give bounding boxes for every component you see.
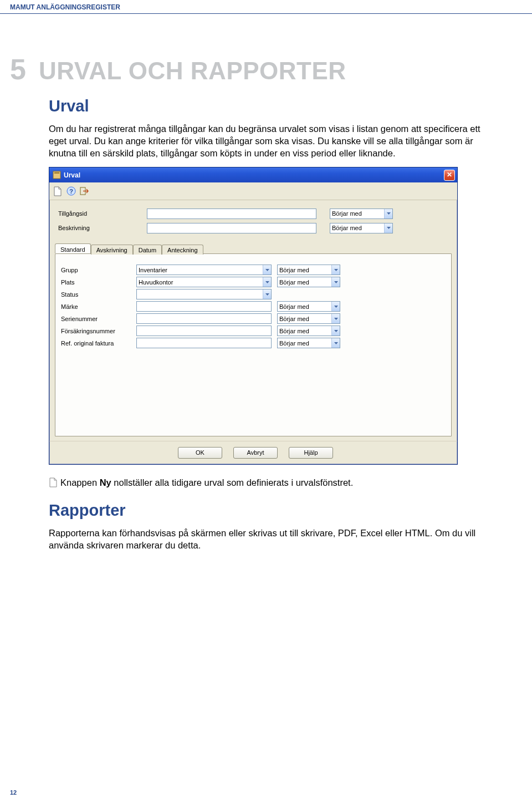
new-doc-icon xyxy=(49,477,58,488)
std-row: SerienummerBörjar med xyxy=(61,313,446,324)
svg-text:?: ? xyxy=(69,188,73,195)
new-icon[interactable] xyxy=(53,186,63,196)
input-tillgangsid[interactable] xyxy=(147,209,316,219)
field-label: Status xyxy=(61,291,136,298)
toolbar: ? xyxy=(49,182,457,200)
op-combo[interactable]: Börjar med xyxy=(277,338,340,348)
field-label: Grupp xyxy=(61,267,136,273)
tab-avskrivning[interactable]: Avskrivning xyxy=(91,245,133,255)
op-text: Börjar med xyxy=(330,225,384,231)
op-combo[interactable]: Börjar med xyxy=(277,277,340,287)
cancel-button[interactable]: Avbryt xyxy=(233,447,278,459)
combo-text: Börjar med xyxy=(278,340,331,347)
combo-text: Börjar med xyxy=(278,328,331,334)
chapter-number: 5 xyxy=(10,53,27,86)
std-row: Status xyxy=(61,288,446,300)
help-button[interactable]: Hjälp xyxy=(289,447,333,459)
std-row: MärkeBörjar med xyxy=(61,301,446,312)
exit-icon[interactable] xyxy=(79,186,89,196)
std-row: GruppInventarierBörjar med xyxy=(61,264,446,276)
page-number: 12 xyxy=(10,789,17,796)
op-combo[interactable]: Börjar med xyxy=(277,265,340,275)
op-combo-tillgangsid[interactable]: Börjar med xyxy=(330,209,393,219)
chevron-down-icon xyxy=(331,314,340,323)
chevron-down-icon xyxy=(331,277,340,287)
window-title: Urval xyxy=(64,171,444,179)
label-beskrivning: Beskrivning xyxy=(58,225,147,231)
chevron-down-icon xyxy=(331,302,340,311)
op-combo[interactable]: Börjar med xyxy=(277,301,340,312)
close-icon[interactable]: ✕ xyxy=(444,170,455,181)
standard-panel: GruppInventarierBörjar medPlatsHuvudkont… xyxy=(55,253,452,436)
combo-text: Inventarier xyxy=(137,267,263,273)
urval-window: Urval ✕ ? Tillgångsid Börjar med xyxy=(49,167,458,465)
combo-text: Huvudkontor xyxy=(137,279,263,286)
field-label: Serienummer xyxy=(61,316,136,322)
op-combo[interactable]: Börjar med xyxy=(277,313,340,324)
value-input[interactable] xyxy=(136,326,272,336)
chapter-title: URVAL OCH RAPPORTER xyxy=(39,57,346,85)
op-combo[interactable]: Börjar med xyxy=(277,326,340,336)
ok-button[interactable]: OK xyxy=(178,447,222,459)
std-row: PlatsHuvudkontorBörjar med xyxy=(61,276,446,288)
rapporter-paragraph: Rapporterna kan förhandsvisas på skärmen… xyxy=(49,527,481,552)
chevron-down-icon xyxy=(384,223,392,233)
tab-datum[interactable]: Datum xyxy=(133,245,162,255)
field-label: Plats xyxy=(61,279,136,286)
value-input[interactable] xyxy=(136,338,272,348)
chevron-down-icon xyxy=(331,265,340,275)
value-input[interactable] xyxy=(136,313,272,324)
app-icon xyxy=(53,171,61,179)
value-combo[interactable] xyxy=(136,289,272,299)
combo-text: Börjar med xyxy=(278,279,331,286)
titlebar: Urval ✕ xyxy=(49,167,457,182)
tab-standard[interactable]: Standard xyxy=(55,243,91,253)
chevron-down-icon xyxy=(263,289,271,299)
combo-text: Börjar med xyxy=(278,316,331,322)
section-heading-rapporter: Rapporter xyxy=(49,501,481,520)
page-header: MAMUT ANLÄGGNINGSREGISTER xyxy=(0,0,532,14)
note-pre: Knappen xyxy=(60,477,100,487)
chevron-down-icon xyxy=(331,326,340,336)
std-row: Ref. original fakturaBörjar med xyxy=(61,337,446,349)
op-combo-beskrivning[interactable]: Börjar med xyxy=(330,223,393,233)
value-combo[interactable]: Huvudkontor xyxy=(136,277,272,287)
input-beskrivning[interactable] xyxy=(147,223,316,233)
combo-text: Börjar med xyxy=(278,267,331,273)
field-label: Märke xyxy=(61,303,136,310)
note-bold: Ny xyxy=(100,477,111,487)
tab-anteckning[interactable]: Anteckning xyxy=(162,245,203,255)
section-heading-urval: Urval xyxy=(49,97,481,115)
note-post: nollställer alla tidigare urval som defi… xyxy=(111,477,354,487)
chevron-down-icon xyxy=(384,209,392,218)
chevron-down-icon xyxy=(263,265,271,275)
value-input[interactable] xyxy=(136,301,272,312)
std-row: FörsäkringsnummerBörjar med xyxy=(61,325,446,337)
urval-paragraph: Om du har registrerat många tillgångar k… xyxy=(49,123,481,159)
combo-text: Börjar med xyxy=(278,303,331,310)
note-text: Knappen Ny nollställer alla tidigare urv… xyxy=(60,477,353,489)
label-tillgangsid: Tillgångsid xyxy=(58,210,147,217)
help-icon[interactable]: ? xyxy=(66,186,76,196)
svg-rect-1 xyxy=(54,172,59,174)
field-label: Ref. original faktura xyxy=(61,340,136,347)
chevron-down-icon xyxy=(263,277,271,287)
chevron-down-icon xyxy=(331,338,340,348)
op-text: Börjar med xyxy=(330,210,384,217)
value-combo[interactable]: Inventarier xyxy=(136,265,272,275)
field-label: Försäkringsnummer xyxy=(61,328,136,334)
